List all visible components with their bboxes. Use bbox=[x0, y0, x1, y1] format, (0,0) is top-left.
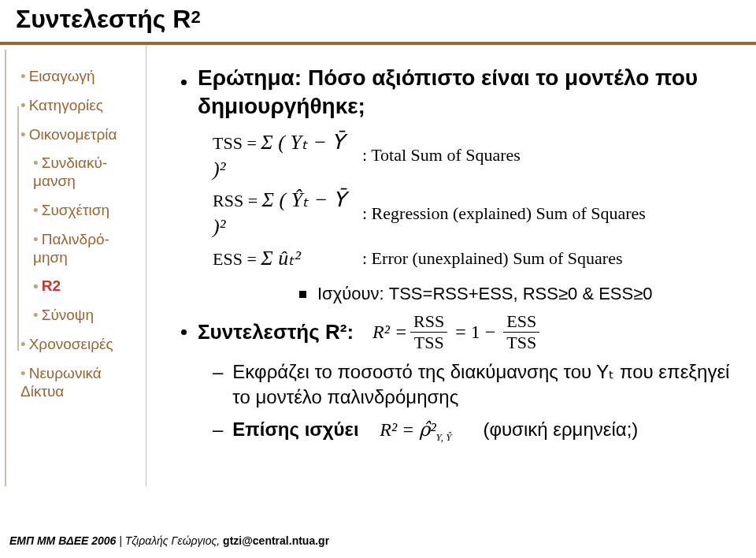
sidebar-item-label: Συνδιακύ- μανση bbox=[33, 154, 107, 189]
sidebar-item-timeseries[interactable]: Χρονοσειρές bbox=[13, 330, 146, 359]
also-content: Επίσης ισχύει R² = ρ̂²Y, Ŷ (φυσική ερμην… bbox=[232, 417, 638, 445]
fraction-1: RSS TSS bbox=[410, 313, 447, 352]
also-paren: (φυσική ερμηνεία;) bbox=[483, 418, 638, 440]
bullet-dot-icon bbox=[181, 329, 187, 335]
eq-tss: TSS = Σ ( Yₜ − Ȳ )² : Total Sum of Squar… bbox=[213, 129, 748, 183]
also-line: – Επίσης ισχύει R² = ρ̂²Y, Ŷ (φυσική ερμ… bbox=[213, 417, 748, 445]
sidebar-item-intro[interactable]: Εισαγωγή bbox=[13, 62, 146, 91]
eq-tss-desc: : Total Sum of Squares bbox=[362, 144, 521, 167]
sidebar-item-label: Χρονοσειρές bbox=[29, 336, 113, 352]
sidebar-item-neural-nets[interactable]: Νευρωνικά Δίκτυα bbox=[13, 359, 146, 407]
page-title-superscript: 2 bbox=[191, 7, 200, 27]
question-text: Ερώτημα: Πόσο αξιόπιστο είναι το μοντέλο… bbox=[198, 64, 748, 121]
sidebar-item-regression[interactable]: Παλινδρό- μηση bbox=[13, 225, 146, 273]
sidebar-item-label: Εισαγωγή bbox=[29, 68, 95, 84]
footer-sep: | bbox=[116, 534, 124, 547]
coef-label: Συντελεστής R²: bbox=[198, 319, 354, 346]
eq-ess-lhs: ESS = bbox=[213, 249, 257, 269]
sidebar-item-categories[interactable]: Κατηγορίες bbox=[13, 91, 146, 121]
sidebar-item-label: Οικονομετρία bbox=[29, 126, 117, 143]
sidebar-item-covariance[interactable]: Συνδιακύ- μανση bbox=[13, 149, 146, 196]
footer: ΕΜΠ ΜΜ ΒΔΕΕ 2006 | Τζιραλής Γεώργιος, gt… bbox=[9, 534, 329, 547]
sidebar: Εισαγωγή Κατηγορίες Οικονομετρία Συνδιακ… bbox=[0, 45, 146, 486]
coef-formula: R² = RSS TSS = 1 − ESS TSS bbox=[372, 313, 543, 352]
identity-text: Ισχύουν: TSS=RSS+ESS, RSS≥0 & ESS≥0 bbox=[317, 283, 653, 306]
sidebar-item-label: Συσχέτιση bbox=[42, 202, 109, 218]
dash-icon: – bbox=[213, 359, 223, 408]
explain-text: Εκφράζει το ποσοστό της διακύμανσης του … bbox=[232, 359, 748, 408]
footer-left: ΕΜΠ ΜΜ ΒΔΕΕ 2006 bbox=[9, 534, 116, 547]
also-label: Επίσης ισχύει bbox=[232, 418, 358, 440]
eq-rss-lhs: RSS = bbox=[213, 191, 258, 210]
sidebar-item-correlation[interactable]: Συσχέτιση bbox=[13, 196, 146, 225]
question-bullet: Ερώτημα: Πόσο αξιόπιστο είναι το μοντέλο… bbox=[181, 64, 748, 121]
eq-rss: RSS = Σ ( Ŷₜ − Ȳ )² : Regression (explai… bbox=[213, 187, 748, 240]
coef-line: Συντελεστής R²: R² = RSS TSS = 1 − ESS T… bbox=[181, 313, 748, 352]
title-bar: Συντελεστής R2 bbox=[0, 0, 756, 37]
bullet-dot-icon bbox=[181, 80, 187, 85]
frac1-num: RSS bbox=[410, 313, 447, 330]
frac1-den: TSS bbox=[411, 334, 447, 352]
sidebar-item-econometrics[interactable]: Οικονομετρία bbox=[13, 121, 146, 150]
body-area: Εισαγωγή Κατηγορίες Οικονομετρία Συνδιακ… bbox=[0, 45, 756, 486]
content: Ερώτημα: Πόσο αξιόπιστο είναι το μοντέλο… bbox=[146, 45, 756, 486]
dash-icon: – bbox=[213, 417, 223, 445]
eq-tss-lhs: TSS = bbox=[213, 133, 257, 153]
eq-ess-desc: : Error (unexplained) Sum of Squares bbox=[362, 247, 623, 270]
r2-lhs: R² = bbox=[372, 320, 407, 344]
sidebar-item-label: R2 bbox=[42, 277, 61, 294]
eq-ess: ESS = Σ ûₜ² : Error (unexplained) Sum of… bbox=[213, 245, 748, 272]
fraction-2: ESS TSS bbox=[503, 313, 539, 352]
also-sub: Y, Ŷ bbox=[436, 431, 452, 443]
eq-mid: = 1 − bbox=[450, 320, 500, 344]
sidebar-item-label: Νευρωνικά Δίκτυα bbox=[20, 365, 102, 400]
frac2-den: TSS bbox=[503, 334, 539, 352]
frac2-num: ESS bbox=[503, 313, 539, 330]
sidebar-item-label: Σύνοψη bbox=[42, 307, 94, 323]
equations-block: TSS = Σ ( Yₜ − Ȳ )² : Total Sum of Squar… bbox=[213, 129, 748, 272]
sidebar-item-summary[interactable]: Σύνοψη bbox=[13, 301, 146, 330]
sidebar-item-label: Κατηγορίες bbox=[29, 97, 103, 113]
identity-bullet: Ισχύουν: TSS=RSS+ESS, RSS≥0 & ESS≥0 bbox=[299, 283, 748, 306]
explain-line: – Εκφράζει το ποσοστό της διακύμανσης το… bbox=[213, 359, 748, 408]
also-math: R² = ρ̂² bbox=[380, 419, 435, 440]
eq-ess-sum: Σ ûₜ² bbox=[261, 247, 301, 270]
footer-email: gtzi@central.ntua.gr bbox=[220, 534, 329, 547]
bullet-square-icon bbox=[299, 291, 306, 298]
page-title: Συντελεστής R bbox=[16, 5, 191, 33]
sidebar-item-r2[interactable]: R2 bbox=[13, 272, 146, 301]
eq-rss-desc: : Regression (explained) Sum of Squares bbox=[362, 203, 646, 225]
footer-author: Τζιραλής Γεώργιος, bbox=[125, 534, 220, 547]
slide: Συντελεστής R2 Εισαγωγή Κατηγορίες Οικον… bbox=[0, 0, 756, 558]
sidebar-item-label: Παλινδρό- μηση bbox=[33, 231, 109, 266]
